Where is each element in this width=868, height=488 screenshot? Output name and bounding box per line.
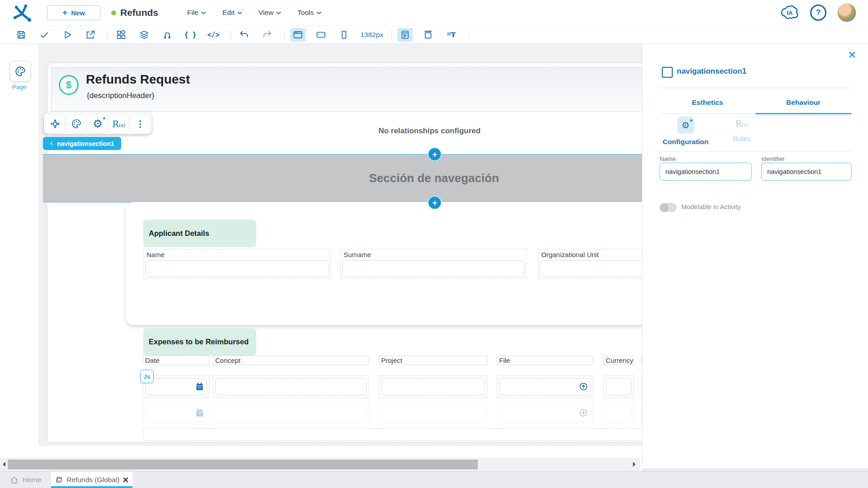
tab-esthetics[interactable]: Esthetics	[660, 91, 755, 113]
selection-chip-label: navigationsection1	[57, 140, 114, 147]
identifier-field-input[interactable]	[761, 163, 852, 181]
column-header-currency[interactable]: Currency	[604, 356, 634, 365]
expenses-section-title: Expenses to be Reimbursed	[149, 338, 249, 346]
scrollbar-thumb[interactable]	[8, 460, 478, 469]
tab-refunds-global[interactable]: Refunds (Global)	[51, 472, 132, 488]
expenses-section-label[interactable]: Expenses to be Reimbursed	[143, 328, 256, 356]
field-name-label: Name	[146, 251, 329, 258]
selection-chip[interactable]: ‹ navigationsection1	[43, 137, 121, 150]
currency-cell[interactable]	[604, 375, 634, 398]
filter-properties-button[interactable]	[443, 28, 459, 42]
rules-button[interactable]: R(x)	[109, 114, 129, 134]
tab-behaviour[interactable]: Behaviour	[755, 91, 851, 113]
concept-input[interactable]	[215, 378, 367, 395]
help-icon[interactable]: ?	[810, 5, 826, 21]
canvas-bottom-gap	[0, 446, 642, 458]
form-title: Refunds Request	[86, 72, 190, 87]
home-icon	[10, 476, 19, 484]
ai-assistant-icon[interactable]: IA	[780, 5, 799, 21]
components-button[interactable]	[113, 28, 129, 42]
export-button[interactable]	[83, 28, 98, 42]
field-surname-input[interactable]	[342, 260, 524, 277]
toolbar-separator	[468, 30, 469, 40]
layers-button[interactable]	[137, 28, 152, 42]
currency-input[interactable]	[606, 378, 632, 395]
viewport-desktop-button[interactable]	[290, 28, 306, 42]
name-field-input[interactable]	[660, 163, 752, 181]
more-options-button[interactable]: ⋮	[130, 114, 150, 134]
js-rule-badge[interactable]: Js	[140, 370, 154, 383]
upload-icon[interactable]	[579, 382, 588, 391]
validate-button[interactable]	[37, 28, 52, 42]
insert-below-handle[interactable]: +	[428, 196, 442, 210]
modelable-toggle[interactable]	[660, 203, 677, 212]
upload-icon[interactable]	[579, 408, 588, 418]
esthetics-button[interactable]	[66, 114, 86, 134]
viewport-width-value[interactable]: 1382px	[360, 31, 383, 39]
configuration-button[interactable]: ⚙ +	[88, 114, 108, 134]
date-cell[interactable]	[143, 402, 209, 424]
menu-file[interactable]: File	[187, 9, 206, 17]
menu-view[interactable]: View	[259, 9, 281, 17]
menu-tools[interactable]: Tools	[297, 9, 321, 17]
file-input[interactable]	[499, 404, 591, 422]
applicant-details-label[interactable]: Applicant Details	[143, 220, 256, 247]
close-icon[interactable]	[849, 51, 856, 58]
project-cell[interactable]	[379, 375, 487, 398]
redo-button[interactable]	[259, 28, 275, 42]
subtab-configuration[interactable]: ⚙+ Configuration	[660, 117, 712, 146]
form-tab-icon	[55, 476, 63, 484]
user-avatar[interactable]	[837, 3, 856, 22]
rules-rx-icon: R(x)	[112, 119, 125, 129]
concept-input[interactable]	[215, 404, 367, 422]
subtab-rules[interactable]: R(x) Rules	[724, 119, 760, 143]
file-input[interactable]	[499, 378, 591, 395]
file-cell[interactable]	[497, 375, 593, 398]
tab-home[interactable]: Home	[6, 472, 45, 488]
form-view-button[interactable]	[397, 28, 413, 42]
flow-connector-button[interactable]	[160, 28, 175, 42]
concept-cell[interactable]	[213, 375, 369, 398]
tab-close-icon[interactable]	[123, 477, 128, 483]
new-button[interactable]: + New	[47, 5, 100, 20]
currency-cell[interactable]	[604, 402, 634, 424]
column-header-project[interactable]: Project	[379, 356, 487, 365]
scroll-left-arrow[interactable]	[2, 461, 6, 467]
palette-icon	[14, 66, 26, 77]
column-header-date[interactable]: Date	[143, 356, 209, 365]
insert-above-handle[interactable]: +	[428, 147, 442, 161]
undo-button[interactable]	[236, 28, 252, 42]
field-name[interactable]: Name	[143, 249, 330, 279]
app-logo-icon[interactable]	[11, 3, 33, 23]
container-view-button[interactable]	[420, 28, 436, 42]
viewport-tablet-button[interactable]	[313, 28, 329, 42]
code-button[interactable]: </>	[206, 28, 221, 42]
currency-input[interactable]	[606, 404, 632, 422]
element-checkbox[interactable]	[662, 67, 673, 78]
menu-edit[interactable]: Edit	[222, 9, 242, 17]
calendar-icon[interactable]	[195, 408, 204, 418]
status-dot	[111, 10, 116, 15]
file-cell[interactable]	[497, 402, 593, 424]
field-name-input[interactable]	[145, 260, 329, 277]
concept-cell[interactable]	[213, 402, 369, 424]
project-input[interactable]	[381, 404, 485, 422]
viewport-mobile-button[interactable]	[336, 28, 352, 42]
field-surname[interactable]: Surname	[340, 249, 526, 279]
toolbar-separator	[108, 30, 108, 40]
move-button[interactable]	[45, 114, 65, 134]
scroll-right-arrow[interactable]	[632, 461, 637, 467]
braces-button[interactable]: { }	[183, 28, 198, 42]
column-header-file[interactable]: File	[497, 356, 593, 365]
project-input[interactable]	[381, 378, 485, 395]
run-preview-button[interactable]	[60, 28, 75, 42]
column-header-concept[interactable]: Concept	[213, 356, 369, 365]
save-button[interactable]	[14, 28, 29, 42]
palette-icon	[71, 118, 82, 129]
chevron-down-icon	[276, 11, 281, 14]
move-icon	[50, 118, 61, 129]
horizontal-scrollbar[interactable]	[0, 458, 640, 471]
calendar-icon[interactable]	[195, 382, 204, 391]
page-palette-button[interactable]	[10, 61, 31, 82]
project-cell[interactable]	[379, 402, 487, 424]
